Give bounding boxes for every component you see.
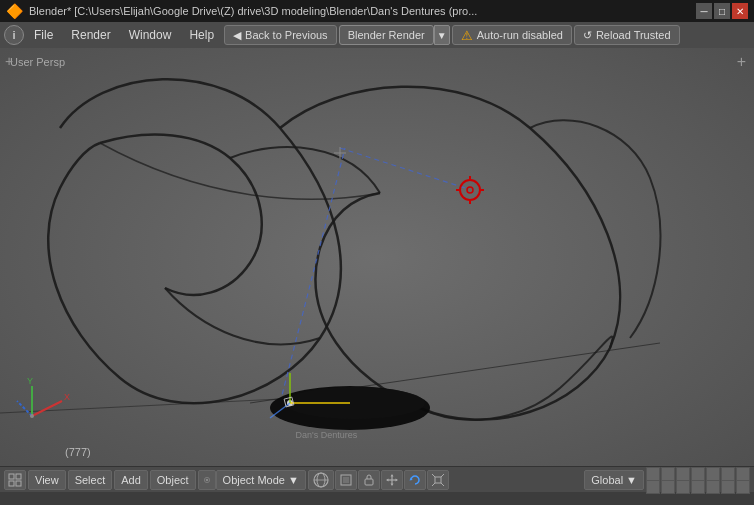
title-bar: 🔶 Blender* [C:\Users\Elijah\Google Drive… — [0, 0, 754, 22]
viewport-shading-group — [308, 470, 449, 490]
svg-point-26 — [30, 414, 34, 418]
viewport[interactable]: User Persp + + — [0, 48, 754, 466]
svg-line-48 — [441, 474, 444, 477]
viewport-options-icon[interactable] — [4, 470, 26, 490]
svg-line-47 — [432, 474, 435, 477]
scene-canvas: Dan's Dentures — [0, 48, 754, 466]
svg-rect-28 — [16, 474, 21, 479]
viewport-plus-corner[interactable]: + — [737, 53, 746, 71]
rotate-icon[interactable] — [404, 470, 426, 490]
viewport-overlay-icons — [646, 467, 750, 492]
grid-icon-13[interactable] — [721, 480, 735, 494]
grid-icon-6[interactable] — [721, 467, 735, 481]
grid-icon-7[interactable] — [736, 467, 750, 481]
svg-text:Dan's Dentures: Dan's Dentures — [278, 430, 358, 440]
grid-icon-14[interactable] — [736, 480, 750, 494]
view-menu[interactable]: View — [28, 470, 66, 490]
lock-icon[interactable] — [358, 470, 380, 490]
svg-line-50 — [441, 483, 444, 486]
object-mode-button[interactable]: Object Mode ▼ — [216, 470, 306, 490]
mode-selector-group: Object Mode ▼ — [198, 470, 306, 490]
svg-rect-37 — [343, 477, 349, 483]
back-to-previous-button[interactable]: ◀ Back to Previous — [224, 25, 337, 45]
svg-rect-46 — [435, 477, 441, 483]
svg-rect-38 — [365, 479, 373, 485]
grid-icon-3[interactable] — [676, 467, 690, 481]
grid-icon-5[interactable] — [706, 467, 720, 481]
dropdown-arrow: ▼ — [288, 474, 299, 486]
minimize-button[interactable]: ─ — [696, 3, 712, 19]
svg-text:X: X — [64, 392, 70, 402]
grid-icon-4[interactable] — [691, 467, 705, 481]
reload-trusted-button[interactable]: ↺ Reload Trusted — [574, 25, 680, 45]
warning-icon: ⚠ — [461, 28, 473, 43]
svg-rect-30 — [16, 481, 21, 486]
title-bar-controls: ─ □ ✕ — [696, 3, 748, 19]
move-icon[interactable] — [381, 470, 403, 490]
select-menu[interactable]: Select — [68, 470, 113, 490]
svg-text:Y: Y — [27, 376, 33, 386]
global-frame-icon[interactable] — [308, 470, 334, 490]
svg-line-21 — [32, 401, 62, 416]
scale-icon[interactable] — [427, 470, 449, 490]
dropdown-arrow: ▼ — [626, 474, 637, 486]
add-menu[interactable]: Add — [114, 470, 148, 490]
menu-bar: i File Render Window Help ◀ Back to Prev… — [0, 22, 754, 48]
autorun-warning: ⚠ Auto-run disabled — [452, 25, 572, 45]
window-menu[interactable]: Window — [121, 26, 180, 44]
grid-icon-12[interactable] — [706, 480, 720, 494]
svg-line-25 — [17, 401, 32, 416]
grid-icon-9[interactable] — [661, 480, 675, 494]
reload-icon: ↺ — [583, 29, 592, 42]
global-selector-group: Global ▼ — [584, 470, 644, 490]
object-mode-icon — [198, 470, 216, 490]
svg-rect-27 — [9, 474, 14, 479]
render-engine-button[interactable]: Blender Render — [339, 25, 434, 45]
viewport-plus-corner-left[interactable]: + — [5, 53, 13, 69]
grid-icon-2[interactable] — [661, 467, 675, 481]
svg-marker-44 — [395, 478, 398, 481]
render-region-icon[interactable] — [335, 470, 357, 490]
file-menu[interactable]: File — [26, 26, 61, 44]
help-menu[interactable]: Help — [181, 26, 222, 44]
bottom-bar: View Select Add Object Object Mode ▼ — [0, 466, 754, 492]
svg-marker-43 — [386, 478, 389, 481]
svg-rect-29 — [9, 481, 14, 486]
axes-widget: X Y — [12, 376, 72, 436]
grid-icon-8[interactable] — [646, 480, 660, 494]
blender-icon: 🔶 — [6, 3, 23, 19]
svg-marker-41 — [390, 474, 393, 477]
object-menu[interactable]: Object — [150, 470, 196, 490]
global-button[interactable]: Global ▼ — [584, 470, 644, 490]
grid-icon-11[interactable] — [691, 480, 705, 494]
close-button[interactable]: ✕ — [732, 3, 748, 19]
grid-icon-10[interactable] — [676, 480, 690, 494]
render-engine-group: Blender Render ▼ — [339, 25, 450, 45]
maximize-button[interactable]: □ — [714, 3, 730, 19]
info-icon[interactable]: i — [4, 25, 24, 45]
svg-line-49 — [432, 483, 435, 486]
render-engine-dropdown[interactable]: ▼ — [434, 25, 450, 45]
render-menu[interactable]: Render — [63, 26, 118, 44]
svg-point-32 — [205, 478, 208, 481]
frame-counter: (777) — [65, 446, 91, 458]
svg-marker-42 — [390, 483, 393, 486]
grid-icon-1[interactable] — [646, 467, 660, 481]
back-icon: ◀ — [233, 29, 241, 42]
title-bar-text: Blender* [C:\Users\Elijah\Google Drive\(… — [29, 5, 690, 17]
viewport-label: User Persp — [10, 56, 65, 68]
